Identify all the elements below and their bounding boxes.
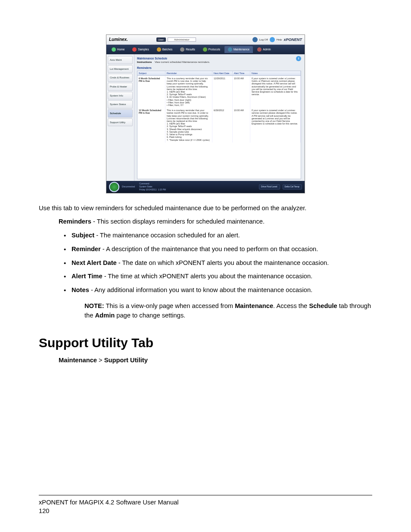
list-item: Alert Time - The time at which xPONENT a… xyxy=(64,272,372,281)
status-disconnected: Disconnected xyxy=(122,186,135,188)
sidebar: Auto Maint Lot Management Cmds & Routine… xyxy=(106,54,134,181)
user-label: User: xyxy=(156,37,166,42)
tab-protocols[interactable]: Protocols xyxy=(199,46,224,53)
list-item: Notes - Any additional information you w… xyxy=(64,286,372,295)
col-reminder[interactable]: Reminder xyxy=(165,71,212,76)
luminex-logo: Luminex. xyxy=(109,37,128,42)
logoff-icon[interactable] xyxy=(252,37,258,42)
help-label[interactable]: Help xyxy=(277,38,282,41)
col-subject[interactable]: Subject xyxy=(137,71,165,76)
note-block: NOTE: This is a view-only page when acce… xyxy=(84,301,372,320)
footer-time: 1:15 PM xyxy=(158,188,166,191)
list-item: Reminder - A description of the maintena… xyxy=(64,245,372,254)
drive-fluid-box: Drive Fluid Level: xyxy=(259,184,280,190)
reminders-header: Reminders xyxy=(137,66,301,69)
titlebar: Luminex. User: Administrator Log Off Hel… xyxy=(106,35,305,45)
sidebar-item-system-status[interactable]: System Status xyxy=(108,100,133,109)
col-notes[interactable]: Notes xyxy=(250,71,301,76)
sidebar-item-system-info[interactable]: System Info xyxy=(108,92,133,100)
main-tabs: Home Samples Batches Results Protocols M… xyxy=(106,45,305,54)
intro-text: Use this tab to view reminders for sched… xyxy=(39,204,372,213)
tab-results[interactable]: Results xyxy=(177,46,199,53)
panel-header: Maintenance Schedule xyxy=(137,57,301,60)
tab-samples[interactable]: Samples xyxy=(129,46,152,53)
delta-cal-box: Delta Cal Temp: xyxy=(283,184,302,190)
footer-title: xPONENT for MAGPIX 4.2 Software User Man… xyxy=(39,498,372,507)
tab-maintenance[interactable]: Maintenance xyxy=(224,46,253,53)
definition-list: Subject - The maintenance occasion sched… xyxy=(64,231,372,295)
sidebar-item-support-utility[interactable]: Support Utility xyxy=(108,118,133,127)
tab-home[interactable]: Home xyxy=(108,46,128,53)
sidebar-item-lot-management[interactable]: Lot Management xyxy=(108,65,133,73)
system-status-icon xyxy=(109,182,119,192)
reminders-grid: Subject Reminder Next Alert Date Alert T… xyxy=(137,71,301,179)
instructions: Instructions View current scheduled Main… xyxy=(137,61,301,64)
status-bar: Disconnected Command: System State: Frid… xyxy=(106,181,305,193)
reminders-lead: Reminders - This section displays remind… xyxy=(59,217,372,227)
footer-page-number: 120 xyxy=(39,507,372,516)
info-icon[interactable]: i xyxy=(296,56,301,61)
app-screenshot: Luminex. User: Administrator Log Off Hel… xyxy=(106,34,305,193)
sidebar-item-schedule[interactable]: Schedule xyxy=(108,109,133,118)
tab-batches[interactable]: Batches xyxy=(153,46,176,53)
sidebar-item-probe-heater[interactable]: Probe & Heater xyxy=(108,83,133,91)
section-heading: Support Utility Tab xyxy=(39,336,372,350)
list-item: Next Alert Date - The date on which xPON… xyxy=(64,258,372,268)
breadcrumb: Maintenance > Support Utility xyxy=(59,357,372,364)
user-value: Administrator xyxy=(168,37,196,42)
tab-admin[interactable]: Admin xyxy=(254,46,274,53)
sidebar-item-auto-maint[interactable]: Auto Maint xyxy=(108,56,133,64)
sidebar-item-cmds-routines[interactable]: Cmds & Routines xyxy=(108,74,133,82)
table-row[interactable]: 6 Month Scheduled PM is Due This is a co… xyxy=(137,76,301,108)
command-label: Command: xyxy=(139,183,166,185)
xponent-brand: xPONENT xyxy=(283,37,302,42)
page-footer: xPONENT for MAGPIX 4.2 Software User Man… xyxy=(39,495,372,516)
col-alert-time[interactable]: Alert Time xyxy=(233,71,250,76)
logoff-label[interactable]: Log Off xyxy=(259,38,268,41)
footer-date: Friday 10/14/2011 xyxy=(139,188,156,191)
help-icon[interactable] xyxy=(270,37,275,42)
list-item: Subject - The maintenance occasion sched… xyxy=(64,231,372,240)
col-next-alert[interactable]: Next Alert Date xyxy=(212,71,233,76)
table-row[interactable]: 12 Month Scheduled PM is Due This is a c… xyxy=(137,108,301,142)
